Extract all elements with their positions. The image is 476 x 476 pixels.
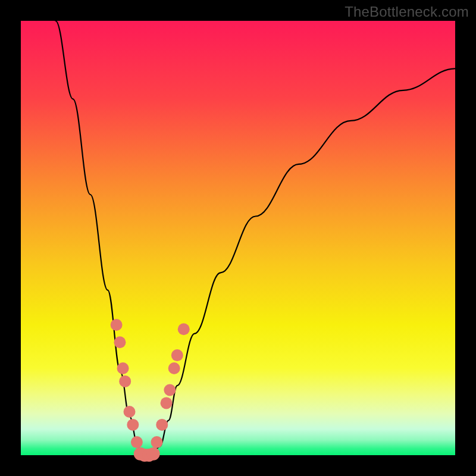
highlight-dot	[119, 375, 131, 387]
highlight-dot	[168, 362, 180, 374]
highlight-dot	[178, 323, 190, 335]
highlight-dot	[127, 419, 139, 431]
bottleneck-chart: TheBottleneck.com	[0, 0, 476, 476]
highlight-dot	[151, 436, 162, 448]
highlight-dot	[131, 436, 143, 448]
highlight-dot	[156, 419, 168, 431]
highlight-dot	[164, 384, 176, 396]
highlight-dot	[117, 362, 129, 374]
plot-background	[21, 21, 455, 455]
highlight-dot	[171, 349, 183, 361]
highlight-dot	[124, 406, 136, 418]
highlight-dot	[111, 319, 123, 331]
highlight-dot	[114, 336, 126, 348]
highlight-dot	[161, 397, 173, 409]
highlight-dot-bottom	[147, 447, 160, 461]
watermark-label: TheBottleneck.com	[345, 4, 469, 20]
chart-svg	[0, 0, 476, 476]
